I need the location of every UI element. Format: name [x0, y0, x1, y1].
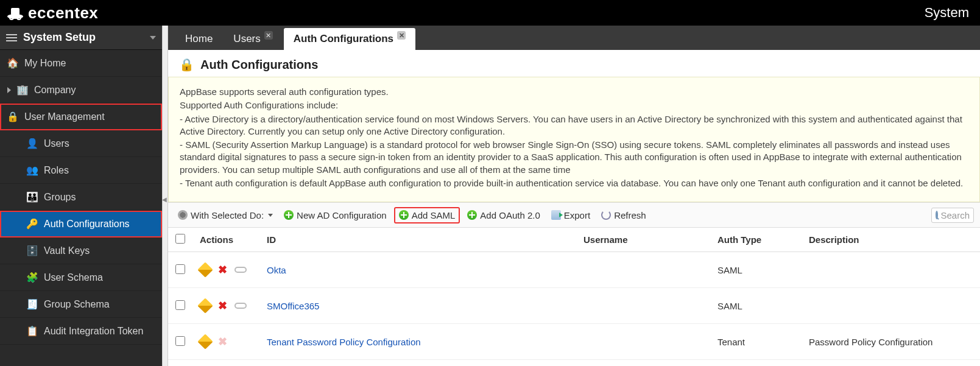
refresh-button[interactable]: Refresh — [598, 208, 650, 222]
sidebar-item-label: Roles — [44, 165, 69, 176]
tab-home[interactable]: Home — [175, 28, 222, 50]
role-icon: 👥 — [27, 165, 38, 176]
button-label: Add OAuth 2.0 — [480, 210, 540, 220]
info-line: AppBase supports several auth configurat… — [180, 86, 968, 98]
info-line: Supported Auth Configurations include: — [180, 99, 968, 111]
sidebar-item-user-management[interactable]: 🔒 User Management — [0, 104, 162, 130]
caret-down-icon — [268, 214, 273, 217]
sidebar-item-roles[interactable]: 👥 Roles — [0, 157, 162, 184]
col-id: ID — [259, 228, 576, 252]
add-saml-button[interactable]: Add SAML — [394, 207, 460, 223]
topbar: eccentex System — [0, 0, 980, 26]
sidebar-item-label: Groups — [44, 192, 76, 203]
sidebar-item-vault-keys[interactable]: 🗄️ Vault Keys — [0, 238, 162, 264]
sidebar-item-label: User Management — [24, 111, 105, 122]
plus-icon — [284, 210, 294, 220]
sidebar-item-users[interactable]: 👤 Users — [0, 130, 162, 157]
sidebar-splitter[interactable] — [162, 26, 168, 366]
vault-icon: 🗄️ — [27, 245, 38, 256]
select-all-checkbox[interactable] — [175, 234, 185, 244]
group-icon: 👪 — [27, 192, 38, 203]
row-checkbox[interactable] — [175, 300, 185, 310]
with-selected-label: With Selected Do: — [191, 210, 264, 220]
table-row: ✖ SMOffice365 SAML — [168, 288, 980, 324]
button-label: Export — [564, 210, 590, 220]
add-oauth-button[interactable]: Add OAuth 2.0 — [464, 208, 543, 222]
row-auth-type: SAML — [710, 252, 802, 288]
row-id-link[interactable]: Okta — [267, 265, 286, 275]
auth-config-table: Actions ID Username Auth Type Descriptio… — [168, 228, 980, 360]
row-id-link[interactable]: SMOffice365 — [267, 301, 319, 311]
delete-icon[interactable]: ✖ — [218, 263, 227, 276]
row-username — [576, 324, 710, 360]
refresh-icon — [601, 210, 611, 220]
export-button[interactable]: Export — [548, 208, 594, 222]
audit-icon: 📋 — [27, 326, 38, 337]
export-icon — [551, 210, 561, 220]
tab-bar: Home Users ✕ Auth Configurations ✕ — [168, 26, 980, 50]
info-line: - Active Directory is a directory/authen… — [180, 113, 968, 138]
key-icon: 🔑 — [27, 219, 38, 230]
row-description — [802, 288, 980, 324]
tab-label: Home — [185, 33, 213, 45]
close-icon[interactable]: ✕ — [397, 31, 406, 40]
sidebar-item-label: Users — [44, 138, 69, 149]
sidebar-item-groups[interactable]: 👪 Groups — [0, 184, 162, 211]
user-icon: 👤 — [27, 138, 38, 149]
link-icon[interactable] — [234, 303, 247, 309]
row-checkbox[interactable] — [175, 336, 185, 346]
info-panel: AppBase supports several auth configurat… — [168, 77, 980, 202]
sidebar-item-label: Group Schema — [44, 299, 110, 310]
svg-rect-1 — [11, 8, 19, 15]
edit-icon[interactable] — [197, 298, 213, 313]
sidebar-item-company[interactable]: 🏢 Company — [0, 77, 162, 104]
gear-icon — [178, 210, 188, 220]
groupschema-icon: 🧾 — [27, 299, 38, 310]
sidebar-item-auth-configurations[interactable]: 🔑 Auth Configurations — [0, 211, 162, 238]
sidebar-item-user-schema[interactable]: 🧩 User Schema — [0, 264, 162, 291]
sidebar-item-label: My Home — [24, 58, 66, 69]
lock-icon: 🔒 — [7, 111, 18, 122]
sidebar-header[interactable]: System Setup — [0, 26, 162, 50]
row-id-link[interactable]: Tenant Password Policy Configuration — [267, 337, 421, 347]
row-checkbox[interactable] — [175, 264, 185, 274]
info-line: - Tenant auth configuration is default A… — [180, 177, 968, 189]
row-username — [576, 252, 710, 288]
edit-icon[interactable] — [197, 334, 213, 349]
new-ad-configuration-button[interactable]: New AD Configuration — [280, 208, 390, 222]
button-label: New AD Configuration — [297, 210, 387, 220]
tab-label: Users — [233, 33, 260, 45]
search-placeholder: Search — [940, 210, 970, 220]
hamburger-icon — [6, 34, 17, 41]
search-input[interactable]: Search — [931, 208, 974, 223]
sidebar-item-label: Audit Integration Token — [44, 326, 143, 337]
info-line: - SAML (Security Assertion Markup Langua… — [180, 139, 968, 176]
link-icon[interactable] — [234, 267, 247, 273]
search-icon — [936, 211, 938, 219]
row-description — [802, 252, 980, 288]
caret-down-icon — [150, 36, 156, 40]
table-row: ✖ Okta SAML — [168, 252, 980, 288]
expand-icon — [7, 87, 11, 93]
sidebar-item-my-home[interactable]: 🏠 My Home — [0, 50, 162, 77]
edit-icon[interactable] — [197, 262, 213, 277]
delete-icon-disabled: ✖ — [218, 335, 227, 348]
system-link[interactable]: System — [925, 5, 969, 21]
tab-auth-configurations[interactable]: Auth Configurations ✕ — [284, 28, 415, 50]
tab-label: Auth Configurations — [294, 33, 393, 45]
row-username — [576, 288, 710, 324]
userschema-icon: 🧩 — [27, 272, 38, 283]
col-actions: Actions — [192, 228, 259, 252]
delete-icon[interactable]: ✖ — [218, 299, 227, 312]
tab-users[interactable]: Users ✕ — [224, 28, 282, 50]
page-title-text: Auth Configurations — [200, 58, 318, 72]
row-auth-type: Tenant — [710, 324, 802, 360]
with-selected-dropdown[interactable]: With Selected Do: — [174, 208, 277, 222]
sidebar-item-audit-integration-token[interactable]: 📋 Audit Integration Token — [0, 318, 162, 345]
col-description: Description — [802, 228, 980, 252]
brand-logo: eccentex — [6, 4, 98, 23]
close-icon[interactable]: ✕ — [264, 31, 273, 40]
sidebar-item-group-schema[interactable]: 🧾 Group Schema — [0, 291, 162, 318]
eccentex-hat-icon — [6, 5, 24, 20]
table-row: ✖ Tenant Password Policy Configuration T… — [168, 324, 980, 360]
